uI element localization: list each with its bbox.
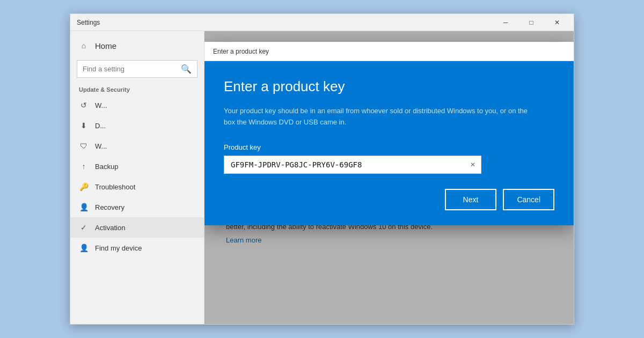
dialog-actions: Next Cancel <box>224 189 554 210</box>
clear-input-button[interactable]: ✕ <box>465 158 481 172</box>
sidebar-item-label: Find my device <box>95 244 142 252</box>
sidebar-item-label: Backup <box>95 163 118 171</box>
backup-icon: ↑ <box>79 161 89 171</box>
search-icon: 🔍 <box>181 64 192 74</box>
sidebar-item-backup[interactable]: ↑ Backup <box>70 156 204 177</box>
dialog-titlebar: Enter a product key <box>204 42 574 61</box>
product-key-input-row: ✕ <box>224 156 481 174</box>
product-key-dialog: Enter a product key Enter a product key … <box>204 42 574 225</box>
troubleshoot-icon: 🔑 <box>79 182 89 192</box>
window-body: ⌂ Home 🔍 Update & Security ↺ W... ⬇ D...… <box>70 31 574 324</box>
restore-button[interactable]: □ <box>519 14 544 31</box>
titlebar: Settings ─ □ ✕ <box>70 14 574 31</box>
dialog-title-text: Enter a product key <box>213 48 269 55</box>
sidebar-item-label: Recovery <box>95 203 125 211</box>
sidebar-section-label: Update & Security <box>70 82 204 95</box>
sidebar-item-windows-update[interactable]: ↺ W... <box>70 95 204 115</box>
sidebar-item-label: Activation <box>95 224 125 232</box>
window-controls: ─ □ ✕ <box>493 14 569 31</box>
sidebar-item-recovery[interactable]: 👤 Recovery <box>70 197 204 217</box>
activation-icon: ✓ <box>79 223 89 232</box>
recovery-icon: 👤 <box>79 202 89 212</box>
sidebar-item-activation[interactable]: ✓ Activation <box>70 217 204 238</box>
sidebar: ⌂ Home 🔍 Update & Security ↺ W... ⬇ D...… <box>70 31 204 324</box>
dialog-heading: Enter a product key <box>224 78 554 95</box>
sidebar-item-label: D... <box>95 122 106 130</box>
sidebar-item-delivery[interactable]: ⬇ D... <box>70 115 204 136</box>
find-device-icon: 👤 <box>79 243 89 253</box>
window-title: Settings <box>77 19 100 26</box>
sidebar-item-find-my-device[interactable]: 👤 Find my device <box>70 238 204 258</box>
dialog-overlay: Enter a product key Enter a product key … <box>204 31 574 324</box>
sidebar-item-troubleshoot[interactable]: 🔑 Troubleshoot <box>70 177 204 197</box>
cancel-button[interactable]: Cancel <box>503 189 554 210</box>
sidebar-home-label: Home <box>95 41 116 50</box>
product-key-label: Product key <box>224 143 554 151</box>
close-button[interactable]: ✕ <box>545 14 569 31</box>
main-content: Activation Windows Add a Microsoft accou… <box>204 31 574 324</box>
dialog-description: Your product key should be in an email f… <box>224 106 535 128</box>
search-box[interactable]: 🔍 <box>77 60 197 78</box>
home-icon: ⌂ <box>79 41 89 50</box>
next-button[interactable]: Next <box>445 189 497 210</box>
update-icon: ↺ <box>79 100 89 110</box>
sidebar-item-label: W... <box>95 101 107 109</box>
shield-icon: 🛡 <box>79 141 89 151</box>
minimize-button[interactable]: ─ <box>493 14 518 31</box>
delivery-icon: ⬇ <box>79 121 89 130</box>
search-input[interactable] <box>83 65 177 73</box>
product-key-input[interactable] <box>224 156 465 173</box>
settings-window: Settings ─ □ ✕ ⌂ Home 🔍 Update & Securit… <box>70 13 574 325</box>
sidebar-item-windows-security[interactable]: 🛡 W... <box>70 136 204 156</box>
dialog-body: Enter a product key Your product key sho… <box>204 61 574 225</box>
sidebar-item-label: W... <box>95 142 107 150</box>
sidebar-item-home[interactable]: ⌂ Home <box>70 35 204 56</box>
sidebar-item-label: Troubleshoot <box>95 183 135 191</box>
